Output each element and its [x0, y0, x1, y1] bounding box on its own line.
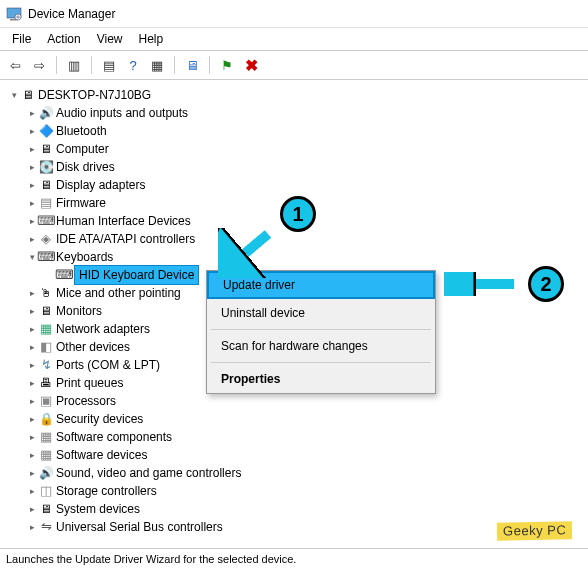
forward-button[interactable]: ⇨ — [28, 54, 50, 76]
category-icon — [38, 141, 54, 157]
expand-icon[interactable]: ▸ — [26, 158, 38, 176]
category-label: Keyboards — [56, 248, 113, 266]
category-label: Software components — [56, 428, 172, 446]
context-menu-item[interactable]: Properties — [207, 365, 435, 393]
tree-category[interactable]: ▸Security devices — [8, 410, 580, 428]
category-icon — [38, 393, 54, 409]
expand-icon[interactable]: ▸ — [26, 338, 38, 356]
tree-category[interactable]: ▸Software devices — [8, 446, 580, 464]
category-label: Network adapters — [56, 320, 150, 338]
expand-icon[interactable]: ▸ — [26, 482, 38, 500]
help-button[interactable]: ? — [122, 54, 144, 76]
update-driver-button[interactable]: 🖥 — [181, 54, 203, 76]
expand-icon[interactable]: ▸ — [26, 428, 38, 446]
category-label: Monitors — [56, 302, 102, 320]
category-label: Ports (COM & LPT) — [56, 356, 160, 374]
category-icon — [38, 483, 54, 499]
tree-category[interactable]: ▸Computer — [8, 140, 580, 158]
expand-icon[interactable]: ▸ — [26, 356, 38, 374]
expand-icon[interactable]: ▸ — [26, 518, 38, 536]
expand-icon[interactable]: ▸ — [26, 374, 38, 392]
expand-icon[interactable]: ▸ — [26, 230, 38, 248]
tree-category[interactable]: ▸System devices — [8, 500, 580, 518]
expand-icon[interactable]: ▾ — [8, 86, 20, 104]
toolbar-separator — [174, 56, 175, 74]
expand-icon[interactable]: ▸ — [26, 104, 38, 122]
category-icon — [38, 231, 54, 247]
category-label: Storage controllers — [56, 482, 157, 500]
category-icon — [38, 285, 54, 301]
expand-icon[interactable]: ▸ — [26, 284, 38, 302]
category-icon — [38, 519, 54, 535]
category-label: System devices — [56, 500, 140, 518]
expand-icon[interactable]: ▸ — [26, 500, 38, 518]
expand-icon[interactable]: ▸ — [26, 410, 38, 428]
statusbar: Launches the Update Driver Wizard for th… — [0, 548, 588, 568]
scan-hardware-button[interactable]: ⚑ — [216, 54, 238, 76]
context-menu-item[interactable]: Update driver — [207, 271, 435, 299]
context-menu-item[interactable]: Uninstall device — [207, 299, 435, 327]
expand-icon[interactable]: ▸ — [26, 464, 38, 482]
tree-category[interactable]: ▸Storage controllers — [8, 482, 580, 500]
category-label: Bluetooth — [56, 122, 107, 140]
tree-category[interactable]: ▸Audio inputs and outputs — [8, 104, 580, 122]
expand-icon[interactable]: ▸ — [26, 122, 38, 140]
expand-icon[interactable]: ▸ — [26, 302, 38, 320]
context-menu: Update driverUninstall deviceScan for ha… — [206, 270, 436, 394]
back-button[interactable]: ⇦ — [4, 54, 26, 76]
category-label: Print queues — [56, 374, 123, 392]
tree-category[interactable]: ▸Universal Serial Bus controllers — [8, 518, 580, 536]
tree-category[interactable]: ▸Bluetooth — [8, 122, 580, 140]
category-label: Software devices — [56, 446, 147, 464]
category-label: Other devices — [56, 338, 130, 356]
watermark: Geeky PC — [497, 521, 573, 540]
menu-action[interactable]: Action — [39, 30, 88, 48]
expand-icon[interactable]: ▸ — [26, 176, 38, 194]
category-label: Computer — [56, 140, 109, 158]
uninstall-button[interactable]: ✖ — [240, 54, 262, 76]
category-icon — [38, 123, 54, 139]
tree-root[interactable]: ▾DESKTOP-N7J10BG — [8, 86, 580, 104]
category-icon — [38, 159, 54, 175]
context-menu-item[interactable]: Scan for hardware changes — [207, 332, 435, 360]
context-menu-separator — [211, 329, 431, 330]
category-label: Firmware — [56, 194, 106, 212]
menu-file[interactable]: File — [4, 30, 39, 48]
device-icon — [56, 267, 72, 283]
category-label: Universal Serial Bus controllers — [56, 518, 223, 536]
tree-category[interactable]: ▸IDE ATA/ATAPI controllers — [8, 230, 580, 248]
menu-help[interactable]: Help — [131, 30, 172, 48]
category-icon — [38, 465, 54, 481]
titlebar: Device Manager — [0, 0, 588, 28]
menu-view[interactable]: View — [89, 30, 131, 48]
tree-category[interactable]: ▸Sound, video and game controllers — [8, 464, 580, 482]
action-button[interactable]: ▦ — [146, 54, 168, 76]
tree-category[interactable]: ▸Disk drives — [8, 158, 580, 176]
window-title: Device Manager — [28, 7, 115, 21]
category-label: Sound, video and game controllers — [56, 464, 241, 482]
show-hide-tree-button[interactable]: ▥ — [63, 54, 85, 76]
tree-category[interactable]: ▾Keyboards — [8, 248, 580, 266]
expand-icon[interactable]: ▸ — [26, 446, 38, 464]
expand-icon[interactable]: ▸ — [26, 392, 38, 410]
category-label: IDE ATA/ATAPI controllers — [56, 230, 195, 248]
tree-category[interactable]: ▸Software components — [8, 428, 580, 446]
tree-category[interactable]: ▸Firmware — [8, 194, 580, 212]
toolbar: ⇦ ⇨ ▥ ▤ ? ▦ 🖥 ⚑ ✖ — [0, 50, 588, 80]
expand-icon[interactable]: ▸ — [26, 140, 38, 158]
tree-category[interactable]: ▸Human Interface Devices — [8, 212, 580, 230]
category-icon — [38, 105, 54, 121]
category-label: Disk drives — [56, 158, 115, 176]
category-icon — [38, 177, 54, 193]
expand-icon[interactable]: ▸ — [26, 194, 38, 212]
category-icon — [38, 339, 54, 355]
category-label: Processors — [56, 392, 116, 410]
tree-category[interactable]: ▸Display adapters — [8, 176, 580, 194]
expand-icon[interactable]: ▸ — [26, 320, 38, 338]
category-icon — [38, 195, 54, 211]
category-icon — [38, 411, 54, 427]
properties-button[interactable]: ▤ — [98, 54, 120, 76]
category-label: Display adapters — [56, 176, 145, 194]
tree-category[interactable]: ▸Processors — [8, 392, 580, 410]
device-label: HID Keyboard Device — [74, 265, 199, 285]
